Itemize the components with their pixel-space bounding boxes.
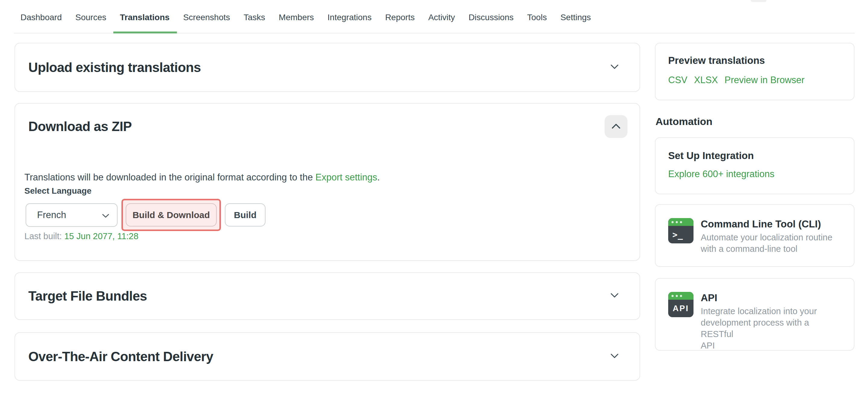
cli-card-text: Command Line Tool (CLI) Automate your lo… xyxy=(701,218,832,253)
preview-in-browser-link[interactable]: Preview in Browser xyxy=(724,75,804,86)
chevron-down-icon[interactable] xyxy=(611,293,618,299)
chevron-down-icon[interactable] xyxy=(611,64,618,70)
terminal-icon: >_ xyxy=(668,218,693,243)
nav-tab-tools[interactable]: Tools xyxy=(527,0,547,34)
nav-tab-members[interactable]: Members xyxy=(279,0,314,34)
target-file-bundles-card[interactable]: Target File Bundles xyxy=(14,272,640,320)
nav-tab-activity[interactable]: Activity xyxy=(428,0,455,34)
cli-description-line: with a command-line tool xyxy=(701,243,832,255)
cropped-header-element xyxy=(751,0,767,2)
window-dot-icon xyxy=(676,295,678,297)
terminal-prompt-glyph: >_ xyxy=(668,226,693,243)
build-button[interactable]: Build xyxy=(225,203,266,227)
ota-content-delivery-card[interactable]: Over-The-Air Content Delivery xyxy=(14,332,640,381)
api-description-line: API xyxy=(701,340,841,351)
nav-tab-integrations[interactable]: Integrations xyxy=(328,0,372,34)
upload-translations-card[interactable]: Upload existing translations xyxy=(14,43,640,92)
setup-integration-card: Set Up Integration Explore 600+ integrat… xyxy=(655,137,855,194)
setup-integration-title: Set Up Integration xyxy=(668,150,841,161)
chevron-down-icon[interactable] xyxy=(611,354,618,360)
card-title-upload: Upload existing translations xyxy=(28,60,201,75)
window-dot-icon xyxy=(676,221,678,223)
chevron-down-icon xyxy=(102,210,109,221)
api-title: API xyxy=(701,292,841,304)
build-and-download-button[interactable]: Build & Download xyxy=(126,203,217,227)
api-card[interactable]: API API Integrate localization into your… xyxy=(655,278,855,351)
nav-tab-screenshots[interactable]: Screenshots xyxy=(183,0,230,34)
nav-divider xyxy=(14,33,855,33)
main-column: Upload existing translations Download as… xyxy=(14,43,640,381)
last-built-label: Last built: xyxy=(24,231,62,241)
language-select[interactable]: French xyxy=(26,203,118,227)
api-description-line: Integrate localization into your xyxy=(701,305,841,317)
annotation-highlight-box: Build & Download xyxy=(121,199,221,231)
top-nav: Dashboard Sources Translations Screensho… xyxy=(21,0,591,34)
api-description-line: development process with a RESTful xyxy=(701,317,841,340)
cli-description: Automate your localization routine with … xyxy=(701,232,832,255)
sidebar: Preview translations CSV XLSX Preview in… xyxy=(655,43,855,351)
card-title-ota: Over-The-Air Content Delivery xyxy=(28,349,213,364)
collapse-section-button[interactable] xyxy=(604,115,627,138)
translations-page: Dashboard Sources Translations Screensho… xyxy=(0,0,868,397)
select-language-label: Select Language xyxy=(24,186,92,196)
csv-link[interactable]: CSV xyxy=(668,75,687,86)
api-icon: API xyxy=(668,292,693,317)
explore-integrations-link[interactable]: Explore 600+ integrations xyxy=(668,169,774,179)
window-dot-icon xyxy=(672,295,674,297)
xlsx-link[interactable]: XLSX xyxy=(694,75,718,86)
description-period: . xyxy=(377,172,380,183)
nav-tab-translations[interactable]: Translations xyxy=(120,0,170,34)
cli-description-line: Automate your localization routine xyxy=(701,232,832,243)
api-icon-titlebar xyxy=(668,292,693,300)
language-select-value: French xyxy=(37,210,66,221)
window-dot-icon xyxy=(680,221,682,223)
download-zip-header: Download as ZIP xyxy=(28,115,627,138)
last-built-value: 15 Jun 2077, 11:28 xyxy=(64,231,138,241)
api-description: Integrate localization into your develop… xyxy=(701,305,841,351)
preview-translations-card: Preview translations CSV XLSX Preview in… xyxy=(655,43,855,100)
window-dot-icon xyxy=(680,295,682,297)
nav-tab-reports[interactable]: Reports xyxy=(385,0,415,34)
chevron-up-icon xyxy=(612,124,621,130)
api-card-text: API Integrate localization into your dev… xyxy=(701,292,841,337)
card-title-download-zip: Download as ZIP xyxy=(28,119,132,134)
api-icon-glyph: API xyxy=(668,300,693,317)
last-built-status: Last built: 15 Jun 2077, 11:28 xyxy=(24,231,138,241)
terminal-icon-titlebar xyxy=(668,218,693,226)
card-title-bundles: Target File Bundles xyxy=(28,289,147,304)
nav-tab-settings[interactable]: Settings xyxy=(560,0,591,34)
window-dot-icon xyxy=(672,221,674,223)
nav-tab-discussions[interactable]: Discussions xyxy=(469,0,514,34)
cli-card[interactable]: >_ Command Line Tool (CLI) Automate your… xyxy=(655,204,855,267)
nav-tab-dashboard[interactable]: Dashboard xyxy=(21,0,62,34)
export-settings-link[interactable]: Export settings xyxy=(315,172,377,183)
nav-tab-tasks[interactable]: Tasks xyxy=(244,0,265,34)
cli-title: Command Line Tool (CLI) xyxy=(701,218,832,230)
download-description: Translations will be downloaded in the o… xyxy=(24,172,380,183)
description-text: Translations will be downloaded in the o… xyxy=(24,172,315,183)
preview-translations-title: Preview translations xyxy=(668,55,841,66)
automation-heading: Automation xyxy=(655,116,855,127)
nav-tab-sources[interactable]: Sources xyxy=(75,0,106,34)
download-zip-card: Download as ZIP Translations will be dow… xyxy=(14,103,640,261)
preview-links: CSV XLSX Preview in Browser xyxy=(668,75,841,86)
